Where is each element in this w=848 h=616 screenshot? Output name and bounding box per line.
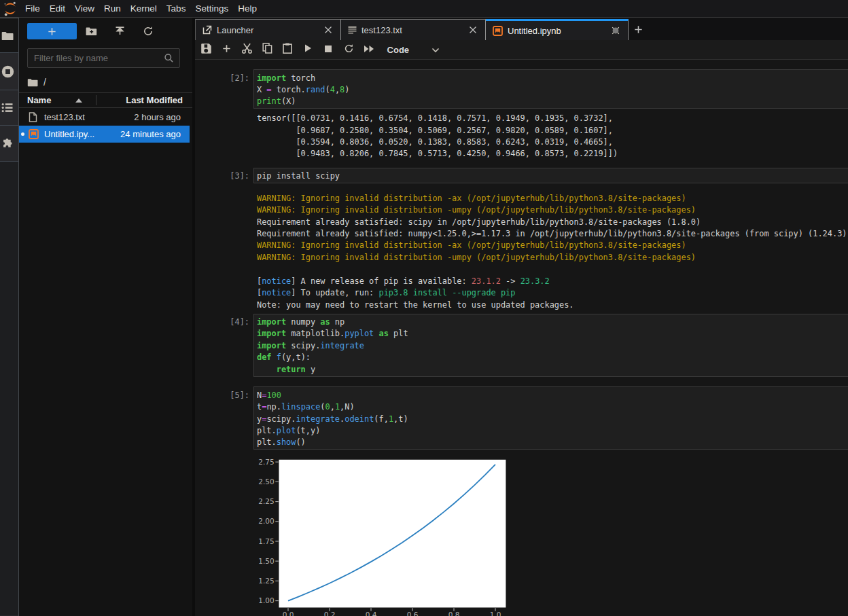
restart-run-all-button[interactable] xyxy=(359,41,379,58)
cell-editor[interactable]: N=100t=np.linspace(0,1,N)y=scipy.integra… xyxy=(253,386,848,450)
menu-item-file[interactable]: File xyxy=(20,0,45,18)
file-row[interactable]: test123.txt2 hours ago xyxy=(19,109,190,126)
cell-prompt: [2]: xyxy=(195,69,253,109)
code-token-tx: torch xyxy=(286,73,315,83)
code-token-tx: pip install scipy xyxy=(257,171,340,181)
sidebar-tab-running-kernels[interactable] xyxy=(0,53,18,90)
new-tab-button[interactable] xyxy=(629,19,648,40)
sidebar-tab-extension-manager[interactable] xyxy=(0,126,18,162)
svg-text:0.8: 0.8 xyxy=(448,611,460,616)
folder-icon xyxy=(1,31,14,41)
home-folder-icon[interactable] xyxy=(27,78,38,87)
code-token-kw: return xyxy=(277,365,306,374)
menu-item-edit[interactable]: Edit xyxy=(45,0,70,18)
file-list: test123.txt2 hours agoUntitled.ipy...24 … xyxy=(19,109,190,143)
close-icon[interactable] xyxy=(467,24,478,35)
code-line: y=scipy.integrate.odeint(f,1,t) xyxy=(257,414,848,425)
cell-prompt: [3]: xyxy=(195,168,253,183)
svg-text:0.4: 0.4 xyxy=(366,611,377,616)
code-cell: [3]:pip install scipy xyxy=(195,168,848,183)
run-button[interactable] xyxy=(298,41,318,58)
menu-item-tabs[interactable]: Tabs xyxy=(162,0,191,18)
code-token-pr: rand xyxy=(306,85,325,94)
filter-files-input[interactable] xyxy=(28,53,164,63)
cell-type-select[interactable]: Code xyxy=(387,43,440,56)
menu-item-view[interactable]: View xyxy=(70,0,99,18)
file-modified: 2 hours ago xyxy=(134,112,181,122)
code-line: X = torch.rand(4,8) xyxy=(257,84,848,96)
code-token-op: = xyxy=(266,85,271,94)
code-line: import torch xyxy=(257,73,848,84)
code-token-kw: import xyxy=(257,73,286,83)
restart-kernel-button[interactable] xyxy=(338,41,359,58)
svg-text:1.25: 1.25 xyxy=(258,577,274,585)
code-token-tx: ,t) xyxy=(393,414,408,424)
code-token-tx: , xyxy=(335,85,340,94)
copy-cells-button[interactable] xyxy=(257,41,277,58)
new-launcher-button[interactable] xyxy=(27,23,77,39)
running-icon xyxy=(1,65,14,78)
output-token-yellow: WARNING: Ignoring invalid distribution -… xyxy=(257,205,696,215)
filter-files-box xyxy=(27,48,180,68)
code-line: plt.plot(t,y) xyxy=(257,425,848,437)
tab-label: test123.txt xyxy=(361,25,467,35)
activity-bar xyxy=(0,18,19,616)
output-token-tx: ] A new release of pip is available: xyxy=(291,276,472,286)
output-token-green: pip3.8 install --upgrade pip xyxy=(378,288,515,297)
dirty-circle-icon[interactable] xyxy=(610,25,621,36)
menu-item-settings[interactable]: Settings xyxy=(190,0,233,18)
output-token-tx: ] To update, run: xyxy=(291,288,378,297)
output-token-yellow: WARNING: Ignoring invalid distribution -… xyxy=(257,194,686,203)
sidebar-tab-file-browser[interactable] xyxy=(0,18,18,53)
menu-item-help[interactable]: Help xyxy=(233,0,262,18)
code-token-pr: linspace xyxy=(281,402,320,412)
toc-icon xyxy=(1,103,13,113)
code-token-pr: odeint xyxy=(344,414,374,424)
tab-launcher[interactable]: Launcher xyxy=(195,19,341,40)
code-token-kw: import xyxy=(257,341,286,350)
output-line: WARNING: Ignoring invalid distribution -… xyxy=(257,240,848,251)
save-button[interactable] xyxy=(196,41,216,58)
paste-cells-button[interactable] xyxy=(277,41,298,58)
insert-cell-button[interactable] xyxy=(216,41,236,58)
output-line xyxy=(257,264,848,275)
code-token-tx: ) xyxy=(344,85,349,94)
column-header-name[interactable]: Name xyxy=(19,95,96,105)
code-token-kw: as xyxy=(378,329,388,338)
cell-editor[interactable]: pip install scipy xyxy=(253,168,848,183)
interrupt-kernel-button[interactable] xyxy=(318,41,338,58)
plot-axes-background xyxy=(279,460,506,608)
matplotlib-figure-output: 1.001.251.501.752.002.252.502.750.00.20.… xyxy=(256,456,848,616)
cell-editor[interactable]: import torchX = torch.rand(4,8)print(X) xyxy=(253,69,848,109)
code-token-tx: , xyxy=(330,402,335,412)
column-header-modified[interactable]: Last Modified xyxy=(96,95,192,105)
code-token-tx: (y,t): xyxy=(281,352,311,362)
upload-button[interactable] xyxy=(105,23,134,39)
code-token-tx: plt xyxy=(389,329,408,338)
code-token-pr: show xyxy=(277,437,296,447)
open-dot-icon xyxy=(21,132,24,136)
fast-forward-icon xyxy=(364,43,374,56)
refresh-button[interactable] xyxy=(134,23,162,39)
file-browser-panel: / Name Last Modified test123.txt2 hours … xyxy=(19,18,192,616)
code-token-pr: integrate xyxy=(320,341,364,350)
menu-item-kernel[interactable]: Kernel xyxy=(126,0,162,18)
upload-icon xyxy=(115,26,125,37)
tab-test123-txt[interactable]: test123.txt xyxy=(341,19,486,40)
new-folder-button[interactable] xyxy=(77,23,105,39)
tab-untitled-ipynb[interactable]: Untitled.ipynb xyxy=(486,19,629,40)
breadcrumb-root[interactable]: / xyxy=(43,77,46,88)
close-icon[interactable] xyxy=(323,24,334,35)
plot-y-ticks: 1.001.251.501.752.002.252.502.75 xyxy=(258,458,279,604)
code-token-tx xyxy=(272,352,277,362)
output-token-tx: [0.9483, 0.8206, 0.7845, 0.5713, 0.4250,… xyxy=(257,149,618,158)
breadcrumb: / xyxy=(27,73,46,91)
file-row[interactable]: Untitled.ipy...24 minutes ago xyxy=(19,126,190,143)
svg-text:2.50: 2.50 xyxy=(258,477,274,486)
code-line: t=np.linspace(0,1,N) xyxy=(257,401,848,413)
sidebar-tab-table-of-contents[interactable] xyxy=(0,90,18,126)
cut-cells-button[interactable] xyxy=(236,41,257,58)
caret-up-icon xyxy=(75,98,82,103)
menu-item-run[interactable]: Run xyxy=(99,0,126,18)
cell-editor[interactable]: import numpy as npimport matplotlib.pypl… xyxy=(253,314,848,377)
